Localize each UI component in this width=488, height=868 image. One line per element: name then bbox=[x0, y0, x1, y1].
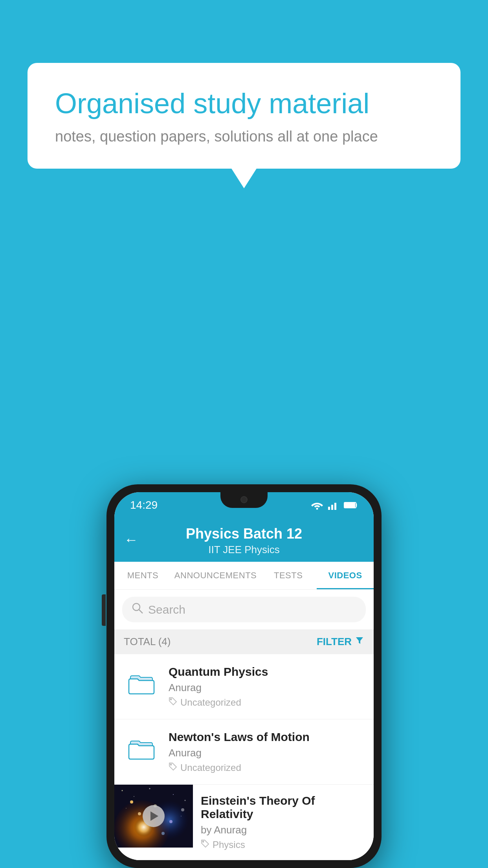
video-author-newton: Anurag bbox=[169, 747, 364, 759]
svg-point-15 bbox=[173, 794, 174, 795]
tab-bar: MENTS ANNOUNCEMENTS TESTS VIDEOS bbox=[114, 562, 374, 590]
tab-videos[interactable]: VIDEOS bbox=[317, 562, 374, 589]
svg-point-22 bbox=[203, 841, 204, 842]
filter-icon bbox=[355, 636, 364, 648]
speech-bubble-container: Organised study material notes, question… bbox=[28, 63, 460, 169]
video-info-einstein: Einstein's Theory Of Relativity by Anura… bbox=[193, 785, 374, 860]
header-subtitle: IIT JEE Physics bbox=[126, 544, 362, 556]
video-tag-quantum: Uncategorized bbox=[169, 697, 364, 708]
video-thumbnail-einstein bbox=[114, 785, 193, 848]
tag-icon-quantum bbox=[169, 697, 177, 708]
video-info-quantum: Quantum Physics Anurag Uncategorized bbox=[169, 665, 364, 708]
video-item-newton[interactable]: Newton's Laws of Motion Anurag Uncategor… bbox=[114, 719, 374, 785]
speech-bubble: Organised study material notes, question… bbox=[28, 63, 460, 169]
video-title-quantum: Quantum Physics bbox=[169, 665, 364, 679]
play-triangle-icon bbox=[150, 811, 158, 821]
tab-ments[interactable]: MENTS bbox=[114, 562, 171, 589]
svg-point-6 bbox=[133, 603, 140, 611]
video-author-einstein: by Anurag bbox=[201, 824, 366, 836]
video-title-newton: Newton's Laws of Motion bbox=[169, 730, 364, 744]
svg-marker-8 bbox=[356, 637, 363, 644]
notch bbox=[220, 492, 268, 508]
svg-point-0 bbox=[316, 508, 318, 509]
status-time: 14:29 bbox=[130, 499, 158, 511]
video-title-einstein: Einstein's Theory Of Relativity bbox=[201, 794, 366, 821]
tag-icon-newton bbox=[169, 762, 177, 773]
folder-icon-newton bbox=[127, 734, 156, 762]
phone-device: 14:29 bbox=[106, 484, 382, 868]
status-bar: 14:29 bbox=[114, 492, 374, 518]
camera-notch bbox=[240, 496, 248, 503]
signal-icon bbox=[328, 500, 339, 510]
search-container: Search bbox=[114, 590, 374, 629]
svg-line-7 bbox=[139, 610, 143, 613]
video-item-einstein[interactable]: Einstein's Theory Of Relativity by Anura… bbox=[114, 785, 374, 860]
video-item-quantum[interactable]: Quantum Physics Anurag Uncategorized bbox=[114, 654, 374, 719]
svg-point-12 bbox=[122, 790, 123, 791]
search-bar[interactable]: Search bbox=[122, 597, 366, 622]
tab-announcements[interactable]: ANNOUNCEMENTS bbox=[171, 562, 260, 589]
svg-point-16 bbox=[185, 800, 186, 801]
svg-rect-3 bbox=[334, 503, 336, 510]
total-count: TOTAL (4) bbox=[124, 636, 171, 648]
phone-shell: 14:29 bbox=[106, 484, 382, 868]
video-tag-einstein: Physics bbox=[201, 839, 366, 850]
video-author-quantum: Anurag bbox=[169, 682, 364, 694]
header-title: Physics Batch 12 bbox=[126, 526, 362, 542]
svg-point-9 bbox=[171, 699, 172, 700]
play-button-einstein[interactable] bbox=[143, 805, 165, 827]
bubble-title: Organised study material bbox=[55, 86, 433, 120]
filter-row: TOTAL (4) FILTER bbox=[114, 629, 374, 654]
bubble-subtitle: notes, question papers, solutions all at… bbox=[55, 128, 433, 145]
svg-rect-5 bbox=[345, 503, 355, 508]
search-input-placeholder: Search bbox=[148, 603, 185, 616]
svg-point-14 bbox=[149, 788, 150, 789]
folder-thumb-quantum bbox=[124, 665, 159, 701]
tag-icon-einstein bbox=[201, 839, 209, 850]
search-icon bbox=[132, 602, 143, 617]
folder-icon-quantum bbox=[127, 669, 156, 697]
back-button[interactable]: ← bbox=[124, 531, 138, 548]
svg-rect-2 bbox=[331, 505, 333, 510]
svg-point-10 bbox=[171, 764, 172, 765]
video-info-newton: Newton's Laws of Motion Anurag Uncategor… bbox=[169, 730, 364, 773]
folder-thumb-newton bbox=[124, 730, 159, 766]
status-icons bbox=[311, 500, 358, 510]
app-header: ← Physics Batch 12 IIT JEE Physics bbox=[114, 518, 374, 562]
svg-point-13 bbox=[134, 796, 134, 797]
wifi-icon bbox=[311, 500, 323, 510]
tab-tests[interactable]: TESTS bbox=[260, 562, 317, 589]
filter-button[interactable]: FILTER bbox=[317, 636, 364, 648]
video-tag-newton: Uncategorized bbox=[169, 762, 364, 773]
phone-screen: 14:29 bbox=[114, 492, 374, 860]
battery-icon bbox=[344, 501, 358, 509]
filter-label: FILTER bbox=[317, 636, 352, 648]
svg-rect-1 bbox=[328, 507, 330, 510]
